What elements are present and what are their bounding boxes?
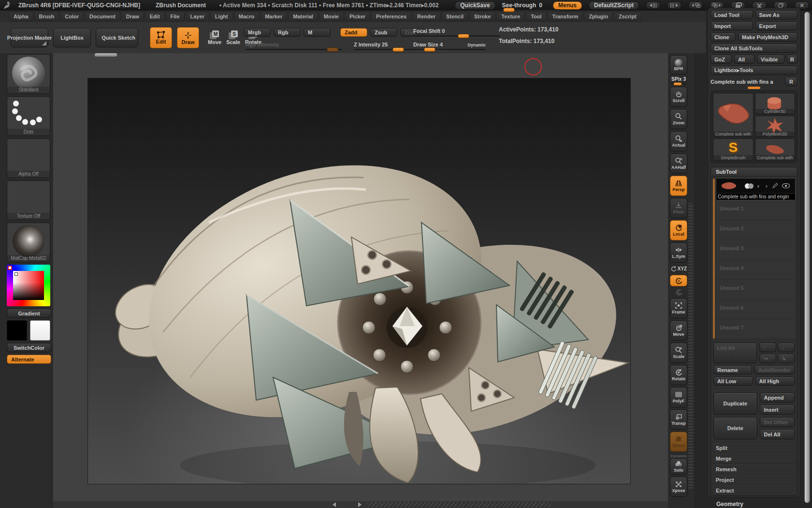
shelf-divider-strip[interactable] [688,203,693,489]
rename-button[interactable]: Rename [713,365,752,374]
projection-master-button[interactable]: Projection Master [11,28,48,47]
polypaint-icon[interactable] [745,183,754,189]
subtool-item-unused[interactable]: Unused 6 [716,299,796,319]
tool-thumb-complete-sub-small[interactable]: Complete sub with [755,138,796,161]
menu-stencil[interactable]: Stencil [441,12,468,21]
clone-button[interactable]: Clone [710,32,736,42]
menu-file[interactable]: File [166,12,185,21]
draw-mode-button[interactable]: -¦- Draw [177,27,199,48]
tool-thumb-simplebrush[interactable]: S SimpleBrush [713,138,754,161]
ghost-button[interactable]: Ghost [670,432,687,452]
delete-button[interactable]: Delete [713,417,757,439]
rotate-z-button[interactable]: z [675,289,682,296]
menu-zplugin[interactable]: Zplugin [584,12,613,21]
quicksave-button[interactable]: QuickSave [455,1,495,10]
alternate-button[interactable]: Alternate [7,355,51,364]
lightbox-tools-button[interactable]: Lightbox▸Tools [710,66,798,75]
section-project[interactable]: Project [711,474,797,485]
export-button[interactable]: Export [755,21,798,30]
menu-color[interactable]: Color [60,12,84,21]
focal-shift-slider[interactable]: Focal Shift 0 [413,28,500,37]
canvas-area[interactable] [53,53,668,508]
del-other-button[interactable]: Del Other [760,417,795,427]
menu-movie[interactable]: Movie [319,12,344,21]
document-viewport[interactable] [88,78,630,484]
move-mode-button[interactable]: M Move [208,30,221,45]
scale-mode-button[interactable]: S Scale [226,30,240,45]
menu-texture[interactable]: Texture [496,12,525,21]
goz-button[interactable]: GoZ [710,55,732,64]
move-3d-button[interactable]: Move [670,320,687,341]
menu-layer[interactable]: Layer [186,12,209,21]
menu-light[interactable]: Light [210,12,233,21]
menu-alpha[interactable]: Alpha [9,12,33,21]
scale-3d-button[interactable]: Scale [670,343,687,363]
current-texture-selector[interactable]: Texture Off [7,180,50,220]
list-all-button[interactable]: List All [713,343,757,363]
all-high-button[interactable]: All High [755,376,795,386]
subtool-item-unused[interactable]: Unused 4 [716,260,796,280]
goz-all-button[interactable]: All [734,55,754,64]
append-button[interactable]: Append [760,392,795,403]
scroll-button[interactable]: Scroll [670,87,687,107]
panel-vertical-scrollbar[interactable] [804,12,810,503]
menu-document[interactable]: Document [85,12,120,21]
current-stroke-selector[interactable]: Dots [7,96,50,136]
frame-button[interactable]: Frame [670,298,687,318]
clone-all-subtools-button[interactable]: Clone All SubTools [710,44,798,53]
current-brush-selector[interactable]: Standard [7,54,50,94]
default-zscript-button[interactable]: DefaultZScript [589,1,639,10]
mrgb-button[interactable]: Mrgb [244,28,271,37]
load-tool-button[interactable]: Load Tool [710,10,753,19]
floor-button[interactable]: Floor [670,198,687,218]
zadd-button[interactable]: Zadd [340,28,367,37]
subtool-item-unused[interactable]: Unused 2 [716,220,796,240]
all-low-button[interactable]: All Low [713,376,753,386]
switch-color-button[interactable]: SwitchColor [7,343,51,352]
section-merge[interactable]: Merge [711,453,797,463]
actual-button[interactable]: x1Actual [670,131,687,151]
menu-draw[interactable]: Draw [121,12,144,21]
move-window-left-button[interactable] [688,1,703,9]
local-button[interactable]: Local [670,220,687,240]
lsym-button[interactable]: L.Sym [670,242,687,263]
transparency-button[interactable]: Transp [670,409,687,430]
m-button[interactable]: M [304,28,331,37]
dynamic-label[interactable]: Dynamic [467,43,486,47]
polyframe-button[interactable]: PolyF [670,387,687,407]
tool-r-button[interactable]: R [785,77,798,86]
subtool-item-unused[interactable]: Unused 1 [716,200,796,220]
tool-thumb-polymesh3d[interactable]: PolyMesh3D [755,116,796,137]
zoom-button[interactable]: Zoom [670,109,687,129]
solo-button[interactable]: Solo [670,458,687,475]
tool-scroll-indicator[interactable] [748,87,760,89]
scroll-left-icon[interactable] [333,502,336,507]
xyz-label[interactable]: XYZ [670,266,687,272]
menu-picker[interactable]: Picker [345,12,370,21]
section-split[interactable]: Split [711,442,797,453]
duplicate-button[interactable]: Duplicate [713,392,757,415]
make-polymesh3d-button[interactable]: Make PolyMesh3D [738,32,798,42]
autoreorder-button[interactable]: AutoReorder [754,365,795,374]
secondary-color-swatch[interactable] [30,320,50,341]
current-material-selector[interactable]: MatCap Metal02 [7,223,50,262]
spix-slider[interactable]: SPix 3 [671,76,686,85]
shrink-divider-left-button[interactable] [646,1,660,9]
main-color-swatch[interactable] [7,320,27,341]
menu-preferences[interactable]: Preferences [371,12,411,21]
insert-button[interactable]: Insert [760,404,795,415]
shrink-divider-right-button[interactable] [667,1,682,9]
shift-up-button[interactable]: ↪ [759,354,776,363]
draw-size-slider[interactable]: Draw Size 4 Dynamic [413,42,486,50]
menu-edit[interactable]: Edit [145,12,165,21]
menu-tool[interactable]: Tool [526,12,546,21]
subtool-item-unused[interactable]: Unused 5 [716,280,796,299]
lightbox-button[interactable]: LightBox [53,28,91,47]
timeline-hatch[interactable] [367,502,551,507]
menu-stroke[interactable]: Stroke [469,12,495,21]
menu-macro[interactable]: Macro [234,12,259,21]
tool-thumb-complete-sub[interactable]: Complete sub with [713,93,754,137]
subtool-item-selected[interactable]: ◐ ◑ Complete sub with fins and engin [716,178,796,200]
del-all-button[interactable]: Del All [760,429,795,439]
edit-mode-button[interactable]: Edit [150,27,172,48]
